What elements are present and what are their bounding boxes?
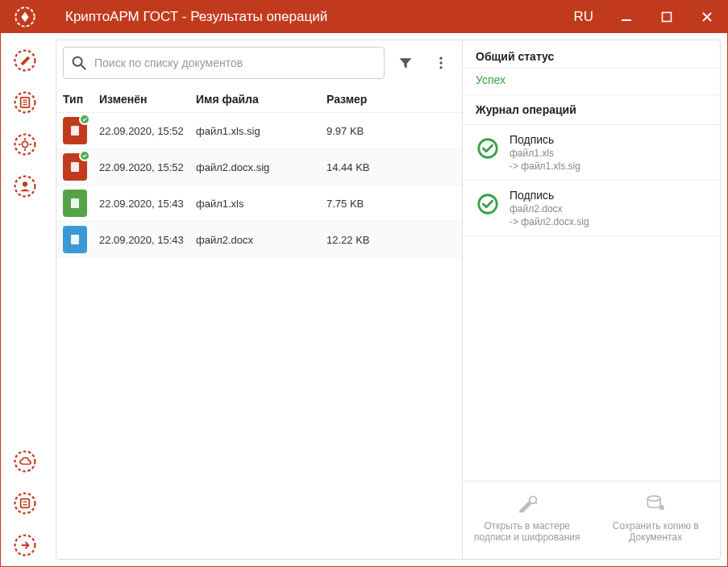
success-check-icon [476,136,500,161]
language-selector[interactable]: RU [560,9,606,25]
cell-filename: файл2.docx [196,234,327,246]
success-check-icon [476,192,500,216]
search-icon [70,54,88,72]
svg-point-23 [73,57,82,66]
table-row[interactable]: 22.09.2020, 15:52файл2.docx.sig14.44 KB [56,149,462,186]
svg-point-25 [439,57,442,60]
search-input[interactable] [88,56,377,69]
sidebar-documents-icon[interactable] [10,88,40,117]
operations-list: Подписьфайл1.xls-> файл1.xls.sigПодписьф… [463,125,720,236]
table-row[interactable]: 22.09.2020, 15:43файл2.docx12.22 KB [56,222,462,258]
file-type-icon [63,117,87,144]
operation-item[interactable]: Подписьфайл1.xls-> файл1.xls.sig [463,125,720,181]
save-copy-button[interactable]: Сохранить копию в Документах [592,493,721,543]
cell-filename: файл1.xls [196,198,327,210]
svg-rect-29 [71,162,79,172]
svg-rect-28 [71,126,79,135]
sidebar-exit-icon[interactable] [10,531,40,560]
cell-modified: 22.09.2020, 15:52 [99,125,196,137]
sidebar [1,33,49,566]
cell-size: 12.22 KB [327,234,456,246]
svg-rect-19 [21,499,30,508]
open-in-wizard-button[interactable]: Открыть в мастере подписи и шифрования [463,493,592,543]
table-header: Тип Изменён Имя файла Размер [56,85,462,113]
cell-filename: файл2.docx.sig [196,161,327,173]
table-row[interactable]: 22.09.2020, 15:52файл1.xls.sig9.97 KB [56,113,462,149]
svg-rect-30 [71,198,79,208]
open-in-wizard-label: Открыть в мастере подписи и шифрования [469,520,585,543]
titlebar: КриптоАРМ ГОСТ - Результаты операций RU [1,1,727,33]
signed-badge-icon [79,150,90,161]
svg-point-27 [439,66,442,69]
cell-modified: 22.09.2020, 15:52 [99,161,196,173]
svg-point-16 [23,181,27,186]
svg-point-10 [22,141,27,147]
svg-line-24 [81,65,86,70]
overall-status-label: Общий статус [463,40,720,69]
svg-rect-1 [622,19,631,21]
cell-size: 14.44 KB [327,161,456,173]
col-modified[interactable]: Изменён [99,93,196,106]
svg-line-35 [535,502,537,504]
search-box[interactable] [63,47,385,79]
svg-point-17 [15,452,35,472]
table-row[interactable]: 22.09.2020, 15:43файл1.xls7.75 KB [56,186,462,222]
file-type-icon [63,226,87,253]
app-logo-icon [1,6,49,28]
sidebar-cloud-icon[interactable] [10,447,40,476]
cell-filename: файл1.xls.sig [196,125,327,137]
sidebar-settings-icon[interactable] [10,130,40,159]
svg-rect-2 [663,13,672,22]
filter-button[interactable] [391,48,420,77]
svg-point-18 [15,494,35,514]
sidebar-users-icon[interactable] [10,172,40,201]
operation-title: Подпись [510,189,707,202]
operation-source: файл2.docx [510,203,707,215]
cell-size: 7.75 KB [327,198,456,210]
svg-point-36 [648,496,661,501]
filter-icon [397,55,414,71]
close-button[interactable] [687,1,727,33]
wizard-icon [516,493,539,515]
file-rows: 22.09.2020, 15:52файл1.xls.sig9.97 KB22.… [56,113,462,258]
signed-badge-icon [79,114,90,125]
col-name[interactable]: Имя файла [196,93,327,106]
cell-modified: 22.09.2020, 15:43 [99,234,196,246]
save-copy-label: Сохранить копию в Документах [598,520,714,543]
results-pane: Общий статус Успех Журнал операций Подпи… [462,40,720,559]
file-type-icon [63,153,87,181]
minimize-button[interactable] [606,1,647,33]
col-size[interactable]: Размер [327,93,456,106]
col-type[interactable]: Тип [63,93,99,106]
save-docs-icon [644,493,667,515]
file-type-icon [63,190,87,217]
operation-source: файл1.xls [510,148,707,159]
operation-title: Подпись [510,133,707,146]
overall-status-value: Успех [463,69,720,95]
operations-log-label: Журнал операций [463,95,720,125]
maximize-button[interactable] [647,1,687,33]
more-button[interactable] [426,48,456,77]
sidebar-log-icon[interactable] [10,489,40,518]
svg-point-26 [439,61,442,64]
sidebar-sign-icon[interactable] [10,46,40,75]
cell-modified: 22.09.2020, 15:43 [99,198,196,210]
more-vert-icon [433,55,449,71]
cell-size: 9.97 KB [327,125,456,137]
main-panel: Тип Изменён Имя файла Размер 22.09.2020,… [56,40,721,560]
file-list-pane: Тип Изменён Имя файла Размер 22.09.2020,… [56,40,462,559]
result-actions: Открыть в мастере подписи и шифрования С… [463,481,720,559]
window-title: КриптоАРМ ГОСТ - Результаты операций [49,9,560,25]
operation-target: -> файл1.xls.sig [510,161,707,172]
operation-target: -> файл2.docx.sig [510,216,707,227]
svg-rect-31 [71,235,79,244]
svg-point-9 [15,135,35,155]
operation-item[interactable]: Подписьфайл2.docx-> файл2.docx.sig [463,181,720,236]
